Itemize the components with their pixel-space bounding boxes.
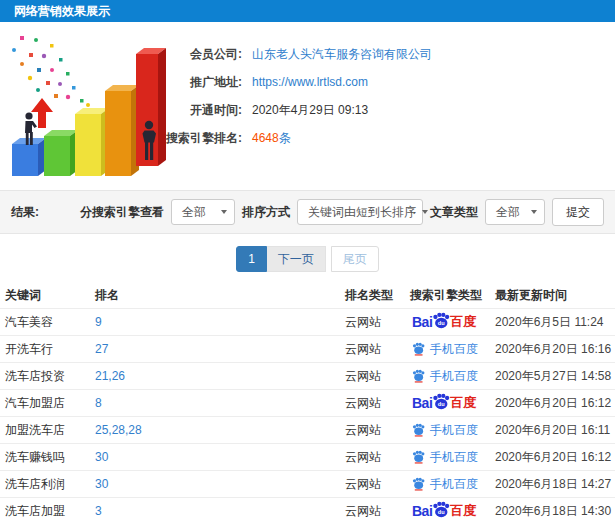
keyword-cell: 洗车店投资 bbox=[0, 368, 90, 385]
table-row: 加盟洗车店 25,28,28 云网站 手机百度 2020年6月20日 16:11 bbox=[0, 416, 615, 443]
sort-label: 排序方式 bbox=[242, 204, 290, 221]
promo-url-label: 推广地址: bbox=[132, 68, 242, 96]
member-company-link[interactable]: 山东老人头汽车服务咨询有限公司 bbox=[252, 47, 432, 61]
article-type-label: 文章类型 bbox=[430, 204, 478, 221]
baidu-paw-icon bbox=[412, 450, 425, 464]
table-header-row: 关键词 排名 排名类型 搜索引擎类型 最新更新时间 bbox=[0, 282, 615, 308]
svg-text:du: du bbox=[438, 320, 445, 326]
next-page-button[interactable]: 下一页 bbox=[267, 246, 326, 272]
updated-cell: 2020年6月5日 11:24 bbox=[495, 314, 615, 331]
keyword-cell: 洗车赚钱吗 bbox=[0, 449, 90, 466]
rank-type-cell: 云网站 bbox=[345, 476, 410, 493]
updated-cell: 2020年6月20日 16:12 bbox=[495, 449, 615, 466]
rank-link[interactable]: 9 bbox=[90, 315, 345, 329]
chevron-down-icon bbox=[422, 210, 428, 214]
mobile-baidu-logo: 手机百度 bbox=[412, 341, 478, 358]
mobile-baidu-logo: 手机百度 bbox=[412, 449, 478, 466]
rank-link[interactable]: 8 bbox=[90, 396, 345, 410]
rank-link[interactable]: 30 bbox=[90, 450, 345, 464]
results-table: 关键词 排名 排名类型 搜索引擎类型 最新更新时间 汽车美容 9 云网站 Bai… bbox=[0, 282, 615, 520]
keyword-cell: 加盟洗车店 bbox=[0, 422, 90, 439]
rank-link[interactable]: 27 bbox=[90, 342, 345, 356]
member-company-label: 会员公司: bbox=[132, 40, 242, 68]
rank-count: 4648 bbox=[252, 131, 279, 145]
updated-cell: 2020年6月18日 14:27 bbox=[495, 476, 615, 493]
table-row: 汽车加盟店 8 云网站 Baidu百度 2020年6月20日 16:12 bbox=[0, 389, 615, 416]
keyword-cell: 洗车店加盟 bbox=[0, 503, 90, 520]
rank-unit: 条 bbox=[279, 131, 291, 145]
col-keyword: 关键词 bbox=[0, 287, 90, 304]
rank-type-cell: 云网站 bbox=[345, 422, 410, 439]
pagination: 1 下一页 尾页 bbox=[0, 234, 615, 282]
engine-view-select[interactable]: 全部 bbox=[171, 199, 235, 225]
keyword-cell: 洗车店利润 bbox=[0, 476, 90, 493]
mobile-baidu-logo: 手机百度 bbox=[412, 476, 478, 493]
rank-type-cell: 云网站 bbox=[345, 314, 410, 331]
rank-type-cell: 云网站 bbox=[345, 503, 410, 520]
engine-view-label: 分搜索引擎查看 bbox=[80, 204, 164, 221]
sort-selected: 关键词由短到长排序 bbox=[308, 204, 416, 221]
company-info-section: 会员公司: 山东老人头汽车服务咨询有限公司 推广地址: https://www.… bbox=[0, 22, 615, 190]
keyword-cell: 汽车美容 bbox=[0, 314, 90, 331]
promo-url-link[interactable]: https://www.lrtlsd.com bbox=[252, 75, 368, 89]
baidu-paw-icon: du bbox=[432, 393, 450, 410]
last-page-button[interactable]: 尾页 bbox=[331, 246, 379, 272]
chevron-down-icon bbox=[221, 210, 227, 214]
engine-rank-value: 4648条 bbox=[242, 124, 432, 152]
table-row: 洗车店利润 30 云网站 手机百度 2020年6月18日 14:27 bbox=[0, 470, 615, 497]
page-1-button[interactable]: 1 bbox=[236, 246, 267, 272]
engine-rank-label: 搜索引擎排名: bbox=[132, 124, 242, 152]
updated-cell: 2020年6月18日 14:30 bbox=[495, 503, 615, 520]
submit-button[interactable]: 提交 bbox=[552, 198, 604, 226]
keyword-cell: 开洗车行 bbox=[0, 341, 90, 358]
baidu-paw-icon bbox=[412, 477, 425, 491]
sort-select[interactable]: 关键词由短到长排序 bbox=[297, 199, 423, 225]
updated-cell: 2020年6月20日 16:12 bbox=[495, 395, 615, 412]
rank-type-cell: 云网站 bbox=[345, 341, 410, 358]
engine-view-selected: 全部 bbox=[182, 204, 206, 221]
baidu-paw-icon: du bbox=[432, 501, 450, 518]
header-bar: 网络营销效果展示 bbox=[0, 0, 615, 22]
page: 网络营销效果展示 bbox=[0, 0, 615, 520]
table-row: 洗车赚钱吗 30 云网站 手机百度 2020年6月20日 16:12 bbox=[0, 443, 615, 470]
baidu-paw-icon: du bbox=[432, 312, 450, 329]
baidu-logo: Baidu百度 bbox=[412, 501, 476, 520]
filter-bar: 结果: 分搜索引擎查看 全部 排序方式 关键词由短到长排序 文章类型 全部 提交 bbox=[0, 190, 615, 234]
rank-link[interactable]: 21,26 bbox=[90, 369, 345, 383]
chevron-down-icon bbox=[531, 210, 537, 214]
keyword-cell: 汽车加盟店 bbox=[0, 395, 90, 412]
open-time-label: 开通时间: bbox=[132, 96, 242, 124]
table-row: 汽车美容 9 云网站 Baidu百度 2020年6月5日 11:24 bbox=[0, 308, 615, 335]
confetti-dots bbox=[12, 36, 90, 107]
svg-text:du: du bbox=[438, 509, 445, 515]
table-row: 开洗车行 27 云网站 手机百度 2020年6月20日 16:16 bbox=[0, 335, 615, 362]
rank-link[interactable]: 30 bbox=[90, 477, 345, 491]
rank-type-cell: 云网站 bbox=[345, 368, 410, 385]
updated-cell: 2020年6月20日 16:11 bbox=[495, 422, 615, 439]
table-row: 洗车店加盟 3 云网站 Baidu百度 2020年6月18日 14:30 bbox=[0, 497, 615, 520]
filter-controls: 分搜索引擎查看 全部 排序方式 关键词由短到长排序 文章类型 全部 提交 bbox=[80, 198, 604, 226]
rank-type-cell: 云网站 bbox=[345, 449, 410, 466]
updated-cell: 2020年6月20日 16:16 bbox=[495, 341, 615, 358]
article-type-selected: 全部 bbox=[496, 204, 520, 221]
baidu-paw-icon bbox=[412, 342, 425, 356]
result-label: 结果: bbox=[11, 204, 39, 221]
rank-link[interactable]: 3 bbox=[90, 504, 345, 518]
rank-link[interactable]: 25,28,28 bbox=[90, 423, 345, 437]
updated-cell: 2020年5月27日 14:58 bbox=[495, 368, 615, 385]
mobile-baidu-logo: 手机百度 bbox=[412, 368, 478, 385]
company-info-grid: 会员公司: 山东老人头汽车服务咨询有限公司 推广地址: https://www.… bbox=[132, 40, 432, 152]
col-rank: 排名 bbox=[90, 287, 345, 304]
svg-text:du: du bbox=[438, 401, 445, 407]
baidu-logo: Baidu百度 bbox=[412, 312, 476, 332]
rank-type-cell: 云网站 bbox=[345, 395, 410, 412]
mobile-baidu-logo: 手机百度 bbox=[412, 422, 478, 439]
baidu-paw-icon bbox=[412, 423, 425, 437]
article-type-select[interactable]: 全部 bbox=[485, 199, 545, 225]
table-row: 洗车店投资 21,26 云网站 手机百度 2020年5月27日 14:58 bbox=[0, 362, 615, 389]
col-engine-type: 搜索引擎类型 bbox=[410, 287, 495, 304]
page-title: 网络营销效果展示 bbox=[14, 4, 110, 18]
col-updated: 最新更新时间 bbox=[495, 287, 615, 304]
baidu-paw-icon bbox=[412, 369, 425, 383]
baidu-logo: Baidu百度 bbox=[412, 393, 476, 413]
